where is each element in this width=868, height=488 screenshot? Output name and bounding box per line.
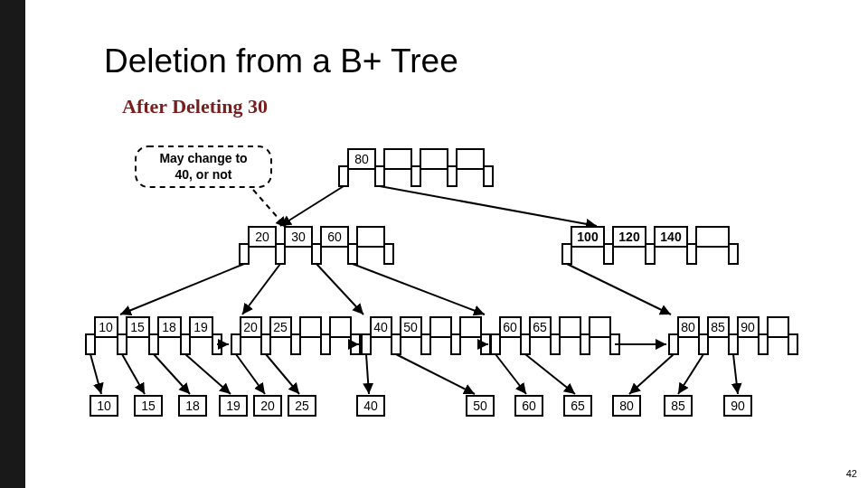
svg-rect-97 bbox=[768, 317, 788, 337]
bplus-tree-diagram: May change to 40, or not 80 bbox=[0, 0, 868, 488]
svg-text:65: 65 bbox=[533, 320, 547, 334]
svg-rect-17 bbox=[348, 244, 357, 264]
callout-line1: May change to bbox=[159, 151, 247, 165]
svg-text:65: 65 bbox=[571, 399, 585, 413]
svg-text:100: 100 bbox=[577, 230, 599, 244]
svg-text:18: 18 bbox=[185, 399, 200, 413]
svg-rect-3 bbox=[375, 166, 384, 186]
svg-text:85: 85 bbox=[711, 320, 725, 334]
svg-rect-16 bbox=[312, 244, 321, 264]
svg-line-29 bbox=[353, 264, 485, 314]
svg-text:20: 20 bbox=[255, 230, 269, 244]
svg-rect-59 bbox=[321, 334, 330, 354]
svg-text:90: 90 bbox=[731, 399, 745, 413]
svg-rect-81 bbox=[580, 334, 590, 354]
svg-line-143 bbox=[733, 354, 738, 394]
svg-rect-75 bbox=[460, 317, 481, 337]
svg-text:60: 60 bbox=[522, 399, 536, 413]
svg-rect-64 bbox=[330, 317, 351, 337]
svg-line-1 bbox=[253, 190, 287, 228]
svg-rect-15 bbox=[276, 244, 285, 264]
svg-text:30: 30 bbox=[291, 230, 306, 244]
svg-line-137 bbox=[366, 354, 369, 394]
svg-text:15: 15 bbox=[141, 399, 156, 413]
svg-text:80: 80 bbox=[354, 152, 369, 166]
svg-text:25: 25 bbox=[273, 320, 288, 334]
svg-rect-32 bbox=[646, 244, 655, 264]
svg-rect-10 bbox=[457, 149, 484, 169]
svg-text:140: 140 bbox=[660, 230, 682, 244]
svg-rect-79 bbox=[521, 334, 530, 354]
svg-line-141 bbox=[629, 354, 674, 394]
svg-rect-4 bbox=[411, 166, 420, 186]
leaf-1: 20 25 bbox=[231, 317, 360, 354]
svg-rect-92 bbox=[759, 334, 768, 354]
svg-text:40: 40 bbox=[373, 320, 388, 334]
svg-text:50: 50 bbox=[473, 399, 487, 413]
svg-rect-22 bbox=[357, 227, 384, 247]
callout-note: May change to 40, or not bbox=[136, 146, 287, 228]
svg-rect-30 bbox=[562, 244, 571, 264]
svg-rect-14 bbox=[240, 244, 249, 264]
svg-line-136 bbox=[266, 354, 299, 394]
svg-rect-68 bbox=[392, 334, 401, 354]
svg-rect-80 bbox=[551, 334, 560, 354]
svg-line-135 bbox=[236, 354, 265, 394]
svg-text:20: 20 bbox=[260, 399, 275, 413]
svg-line-26 bbox=[120, 264, 244, 314]
svg-line-142 bbox=[678, 354, 703, 394]
internal-left: 20 30 60 bbox=[240, 227, 393, 264]
svg-text:10: 10 bbox=[97, 399, 111, 413]
svg-text:10: 10 bbox=[99, 320, 113, 334]
svg-rect-56 bbox=[231, 334, 241, 354]
svg-line-133 bbox=[154, 354, 190, 394]
svg-rect-78 bbox=[491, 334, 500, 354]
svg-rect-93 bbox=[788, 334, 797, 354]
svg-line-140 bbox=[525, 354, 575, 394]
svg-rect-90 bbox=[699, 334, 708, 354]
svg-rect-46 bbox=[181, 334, 190, 354]
svg-rect-45 bbox=[149, 334, 158, 354]
svg-line-139 bbox=[495, 354, 526, 394]
leaf-4: 80 85 90 bbox=[669, 317, 797, 354]
svg-line-138 bbox=[396, 354, 475, 394]
svg-text:120: 120 bbox=[618, 230, 640, 244]
svg-rect-38 bbox=[696, 227, 729, 247]
data-records: 10 15 18 19 20 25 40 50 60 65 80 85 90 bbox=[90, 396, 751, 416]
svg-line-28 bbox=[316, 264, 363, 314]
svg-line-27 bbox=[242, 264, 280, 314]
svg-rect-44 bbox=[118, 334, 127, 354]
svg-rect-2 bbox=[339, 166, 348, 186]
svg-text:25: 25 bbox=[295, 399, 309, 413]
svg-text:60: 60 bbox=[327, 230, 342, 244]
svg-rect-57 bbox=[261, 334, 270, 354]
svg-rect-34 bbox=[729, 244, 738, 264]
callout-line2: 40, or not bbox=[175, 167, 231, 182]
svg-rect-33 bbox=[687, 244, 696, 264]
svg-text:20: 20 bbox=[243, 320, 258, 334]
svg-rect-69 bbox=[421, 334, 430, 354]
root-node: 80 bbox=[339, 149, 493, 186]
svg-text:40: 40 bbox=[363, 399, 378, 413]
svg-text:60: 60 bbox=[503, 320, 517, 334]
svg-rect-43 bbox=[86, 334, 95, 354]
svg-rect-18 bbox=[384, 244, 393, 264]
svg-rect-31 bbox=[604, 244, 613, 264]
svg-rect-8 bbox=[384, 149, 411, 169]
svg-rect-6 bbox=[484, 166, 493, 186]
svg-text:80: 80 bbox=[681, 320, 695, 334]
svg-text:50: 50 bbox=[403, 320, 418, 334]
svg-text:15: 15 bbox=[130, 320, 145, 334]
svg-text:85: 85 bbox=[671, 399, 685, 413]
svg-text:80: 80 bbox=[619, 399, 634, 413]
svg-rect-67 bbox=[362, 334, 371, 354]
svg-rect-9 bbox=[420, 149, 448, 169]
svg-rect-63 bbox=[300, 317, 321, 337]
svg-line-131 bbox=[90, 354, 101, 394]
svg-rect-58 bbox=[291, 334, 300, 354]
svg-rect-70 bbox=[451, 334, 460, 354]
svg-rect-5 bbox=[448, 166, 457, 186]
svg-text:90: 90 bbox=[741, 320, 755, 334]
svg-text:19: 19 bbox=[193, 320, 208, 334]
internal-right: 100 120 140 bbox=[562, 227, 738, 264]
